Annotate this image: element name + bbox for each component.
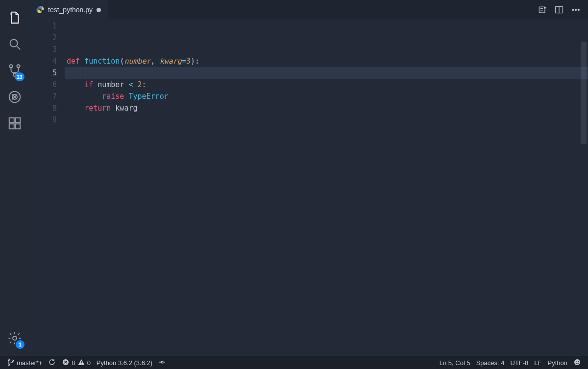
status-eol[interactable]: LF xyxy=(531,356,544,369)
status-cursor-position[interactable]: Ln 5, Col 5 xyxy=(437,356,473,369)
text-cursor xyxy=(84,68,84,77)
scm-badge: 13 xyxy=(15,72,24,81)
svg-point-3 xyxy=(17,65,20,68)
code-content[interactable]: def function(number, kwarg=3): if number… xyxy=(65,20,588,356)
status-feedback[interactable] xyxy=(570,356,584,369)
svg-point-13 xyxy=(544,7,546,9)
status-eol-label: LF xyxy=(534,359,541,367)
status-language-mode[interactable]: Python xyxy=(545,356,570,369)
svg-rect-7 xyxy=(9,117,14,122)
svg-point-2 xyxy=(10,65,13,68)
svg-point-30 xyxy=(578,361,579,362)
svg-point-28 xyxy=(574,359,580,365)
code-line[interactable] xyxy=(65,32,588,44)
svg-point-26 xyxy=(159,362,160,363)
status-python-label: Python 3.6.2 (3.6.2) xyxy=(97,359,152,367)
editor-title-actions xyxy=(530,0,588,20)
status-python-env[interactable]: Python 3.6.2 (3.6.2) xyxy=(94,356,155,369)
code-line[interactable] xyxy=(65,20,588,32)
svg-point-17 xyxy=(575,9,577,11)
status-problems[interactable]: 0 0 xyxy=(59,356,93,369)
editor-column: test_python.py xyxy=(29,0,588,356)
activity-bar: 13 1 xyxy=(0,0,29,356)
status-errors-count: 0 xyxy=(72,359,75,367)
svg-rect-10 xyxy=(15,124,20,129)
status-indentation[interactable]: Spaces: 4 xyxy=(473,356,508,369)
status-live-share[interactable] xyxy=(155,356,169,369)
line-gutter: 1 2 3 4 5 6 7 8 9 xyxy=(29,20,65,356)
warning-icon xyxy=(77,358,85,368)
status-cursor-label: Ln 5, Col 5 xyxy=(440,359,470,367)
open-changes-icon[interactable] xyxy=(537,4,548,15)
debug-icon xyxy=(7,90,22,106)
code-line[interactable]: if number < 2: xyxy=(65,79,588,91)
status-sync[interactable] xyxy=(45,356,59,369)
status-warnings-count: 0 xyxy=(87,359,91,367)
editor-body[interactable]: 1 2 3 4 5 6 7 8 9 def function(number, k… xyxy=(29,20,588,356)
workbench-root: 13 1 xyxy=(0,0,588,369)
search-icon xyxy=(7,37,22,53)
svg-line-1 xyxy=(17,46,20,49)
code-line[interactable]: raise TypeError xyxy=(65,91,588,102)
status-encoding-label: UTF-8 xyxy=(511,359,529,367)
main-row: 13 1 xyxy=(0,0,588,356)
svg-point-0 xyxy=(10,39,18,46)
svg-rect-9 xyxy=(9,124,14,129)
status-indent-label: Spaces: 4 xyxy=(476,359,505,367)
live-share-icon xyxy=(158,358,166,368)
python-file-icon xyxy=(36,5,44,15)
status-branch-label: master*+ xyxy=(17,359,42,367)
editor-tabstrip: test_python.py xyxy=(29,0,588,20)
editor-scroll-thumb[interactable] xyxy=(581,42,587,144)
activitybar-extensions[interactable] xyxy=(0,111,29,137)
svg-rect-24 xyxy=(81,364,81,365)
svg-point-20 xyxy=(8,364,9,365)
files-icon xyxy=(7,10,22,26)
activitybar-debug[interactable] xyxy=(0,84,29,111)
activitybar-search[interactable] xyxy=(0,31,29,58)
code-line[interactable]: def function(number, kwarg=3): xyxy=(65,55,588,67)
code-line-current[interactable] xyxy=(65,67,588,79)
smiley-icon xyxy=(573,358,581,368)
code-line[interactable] xyxy=(65,114,588,126)
extensions-icon xyxy=(7,116,22,132)
more-actions-icon[interactable] xyxy=(570,4,581,15)
svg-point-29 xyxy=(576,361,577,362)
svg-point-18 xyxy=(578,9,579,11)
svg-point-11 xyxy=(13,336,17,340)
svg-rect-23 xyxy=(81,361,81,363)
code-line[interactable] xyxy=(65,44,588,55)
code-line[interactable]: return kwarg xyxy=(65,102,588,114)
svg-point-21 xyxy=(12,360,13,361)
activitybar-scm[interactable]: 13 xyxy=(0,58,29,84)
activitybar-explorer[interactable] xyxy=(0,5,29,31)
svg-point-27 xyxy=(164,362,165,363)
status-git-branch[interactable]: master*+ xyxy=(4,356,45,369)
status-bar: master*+ 0 0 Python 3.6.2 (3.6.2) xyxy=(0,356,588,369)
svg-point-25 xyxy=(161,361,163,363)
status-encoding[interactable]: UTF-8 xyxy=(508,356,532,369)
dirty-indicator-icon xyxy=(97,8,101,12)
status-language-label: Python xyxy=(548,359,567,367)
editor-tab-active[interactable]: test_python.py xyxy=(29,0,108,20)
svg-rect-8 xyxy=(15,117,20,122)
svg-point-19 xyxy=(8,359,9,360)
git-branch-icon xyxy=(7,358,15,368)
settings-badge: 1 xyxy=(16,340,24,349)
activitybar-settings[interactable]: 1 xyxy=(0,325,29,352)
sync-icon xyxy=(48,358,56,368)
error-icon xyxy=(62,358,70,368)
svg-point-16 xyxy=(572,9,574,11)
split-editor-icon[interactable] xyxy=(554,4,564,15)
editor-tab-filename: test_python.py xyxy=(48,6,93,14)
